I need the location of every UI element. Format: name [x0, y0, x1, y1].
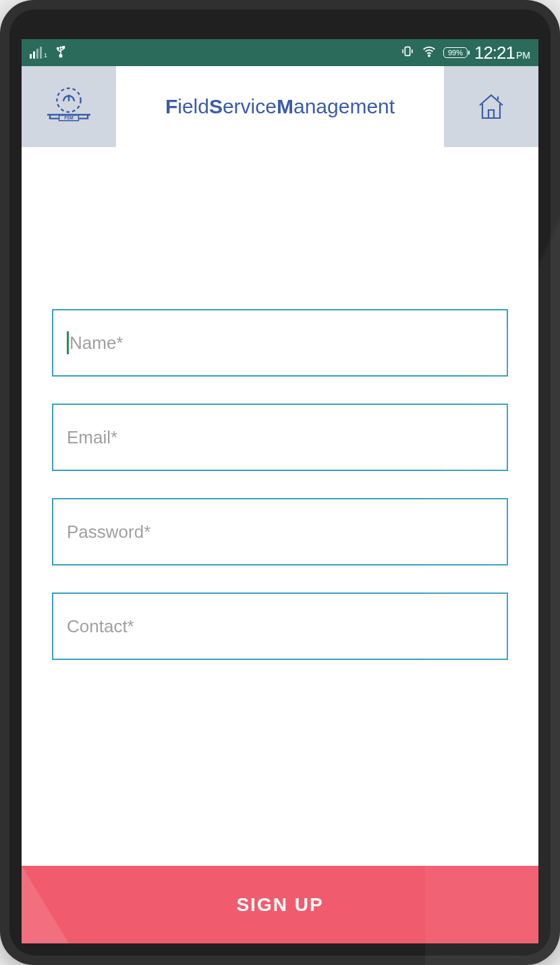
password-field[interactable] — [67, 522, 493, 543]
svg-point-7 — [428, 55, 430, 56]
clock-time: 12:21 — [474, 43, 515, 63]
tablet-inner: 1 — [9, 9, 551, 956]
app-title: Field Service Management — [116, 66, 444, 147]
status-right: 99% 12:21 PM — [400, 43, 530, 63]
tablet-frame: 1 — [0, 0, 560, 965]
email-field[interactable] — [67, 427, 493, 448]
status-left: 1 — [30, 45, 67, 61]
app-logo[interactable]: FSM — [22, 66, 116, 147]
text-cursor — [67, 331, 69, 354]
usb-icon — [54, 45, 67, 61]
fsm-logo-icon: FSM — [42, 83, 96, 130]
home-icon — [474, 90, 508, 123]
wifi-icon — [422, 44, 437, 61]
clock: 12:21 PM — [474, 43, 530, 63]
logo-text: FSM — [64, 115, 74, 120]
signup-form — [22, 147, 538, 866]
status-bar: 1 — [22, 39, 538, 66]
email-field-wrapper — [52, 404, 508, 471]
svg-rect-4 — [405, 47, 410, 56]
home-button[interactable] — [444, 66, 538, 147]
contact-field-wrapper — [52, 592, 508, 660]
signal-subscript: 1 — [44, 52, 47, 59]
svg-point-2 — [57, 48, 59, 50]
app-header: FSM Field Service Management — [22, 66, 538, 147]
cellular-signal-icon: 1 — [30, 47, 47, 59]
password-field-wrapper — [52, 498, 508, 566]
name-field-wrapper — [52, 309, 508, 377]
clock-ampm: PM — [516, 50, 530, 61]
svg-rect-3 — [63, 47, 65, 49]
battery-level: 99% — [443, 47, 468, 58]
device-screen: 1 — [22, 39, 538, 943]
name-field[interactable] — [67, 333, 493, 354]
signup-button[interactable]: SIGN UP — [22, 866, 538, 943]
svg-point-0 — [59, 55, 62, 57]
vibrate-icon — [400, 44, 415, 61]
contact-field[interactable] — [67, 616, 493, 637]
